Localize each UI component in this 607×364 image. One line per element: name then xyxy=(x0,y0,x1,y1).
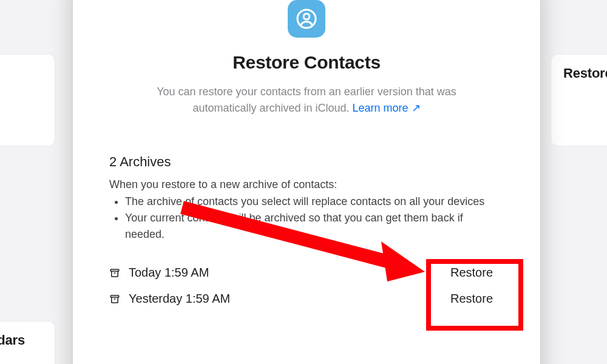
svg-point-1 xyxy=(304,13,310,19)
modal-title: Restore Contacts xyxy=(107,52,506,73)
archives-intro: When you restore to a new archive of con… xyxy=(109,178,504,191)
svg-rect-3 xyxy=(110,295,119,297)
archive-timestamp: Yesterday 1:59 AM xyxy=(129,292,230,306)
contacts-app-icon xyxy=(107,0,506,38)
archives-heading: 2 Archives xyxy=(109,154,504,170)
restore-contacts-modal: Restore Contacts You can restore your co… xyxy=(73,0,540,364)
svg-rect-2 xyxy=(110,269,119,271)
bg-card-calendar: Restore Calendars Archives xyxy=(0,322,55,364)
modal-description: You can restore your contacts from an ea… xyxy=(143,84,470,116)
bg-card-title: Restore Calendars xyxy=(0,332,42,348)
list-item: The archive of contacts you select will … xyxy=(125,194,504,210)
bg-card-title: Restore Contacts xyxy=(563,66,607,81)
restore-button[interactable]: Restore xyxy=(450,266,504,280)
learn-more-link[interactable]: Learn more ↗ xyxy=(353,102,421,114)
person-circle-icon xyxy=(296,8,317,30)
bg-card-title: Restore Files xyxy=(0,66,42,81)
restore-button[interactable]: Restore xyxy=(450,292,504,306)
bg-card-files: Restore Files Files xyxy=(0,55,55,146)
archive-box-icon xyxy=(109,268,120,278)
bg-card-sub: Files xyxy=(0,85,42,94)
archives-section: 2 Archives When you restore to a new arc… xyxy=(107,154,506,312)
archives-notes-list: The archive of contacts you select will … xyxy=(109,194,504,243)
bg-card-sub: Archives xyxy=(0,352,42,361)
archive-row: Today 1:59 AM Restore xyxy=(109,260,504,286)
external-link-icon: ↗ xyxy=(412,102,421,114)
archive-timestamp: Today 1:59 AM xyxy=(129,266,209,280)
archive-box-icon xyxy=(109,294,120,305)
list-item: Your current contacts will be archived s… xyxy=(125,210,504,243)
archive-row: Yesterday 1:59 AM Restore xyxy=(109,286,504,312)
bg-card-contacts: Restore Contacts xyxy=(551,55,607,146)
